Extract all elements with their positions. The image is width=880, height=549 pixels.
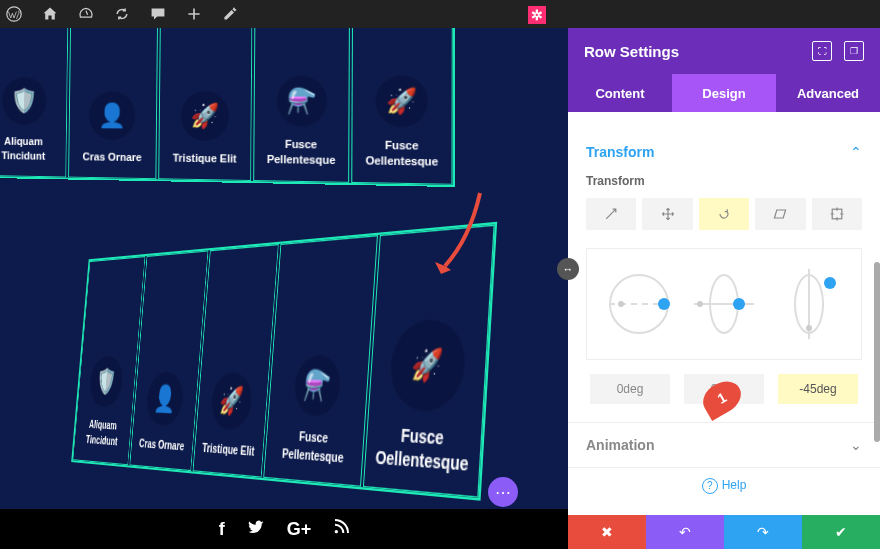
- card-label: Fusce Pellentesque: [270, 427, 358, 468]
- refresh-icon[interactable]: [112, 4, 132, 24]
- preview-footer: f G+: [0, 509, 568, 549]
- wordpress-icon[interactable]: [4, 4, 24, 24]
- sidebar-actions: ✖ ↶ ↷ ✔: [568, 515, 880, 549]
- card-label: Tristique Elit: [173, 150, 237, 165]
- card-label: Cras Ornare: [139, 435, 185, 454]
- card-icon: 🚀: [181, 91, 230, 141]
- card-label: Fusce Oellentesque: [371, 422, 474, 477]
- dashboard-icon[interactable]: [76, 4, 96, 24]
- card-icon: ⚗️: [276, 76, 327, 127]
- scrollbar[interactable]: [874, 262, 880, 442]
- comment-icon[interactable]: [148, 4, 168, 24]
- card-icon: 🚀: [210, 372, 254, 430]
- card-icon: 🚀: [388, 318, 468, 412]
- page-preview: 🛡️Aliquam Tincidunt 👤Cras Ornare 🚀Tristi…: [0, 28, 568, 549]
- section-animation-toggle[interactable]: Animation ⌄: [568, 423, 880, 467]
- card[interactable]: 🚀Tristique Elit: [158, 28, 252, 181]
- rotate-x-control[interactable]: [604, 269, 674, 339]
- sidebar-body: Transform ⌃ Transform: [568, 112, 880, 515]
- pencil-icon[interactable]: [220, 4, 240, 24]
- rotate-y-control[interactable]: [689, 269, 759, 339]
- rotate-z-control[interactable]: [774, 269, 844, 339]
- rotation-values: [586, 374, 862, 404]
- chevron-up-icon: ⌃: [850, 144, 862, 160]
- card[interactable]: ⚗️Fusce Pellentesque: [263, 235, 378, 487]
- card-icon: 👤: [145, 371, 185, 426]
- sidebar-tabs: Content Design Advanced: [568, 74, 880, 112]
- transform-label: Transform: [586, 174, 862, 188]
- preview-row-1[interactable]: 🛡️Aliquam Tincidunt 👤Cras Ornare 🚀Tristi…: [0, 28, 450, 182]
- card-label: Fusce Pellentesque: [260, 137, 343, 167]
- expand-icon[interactable]: ❐: [844, 41, 864, 61]
- settings-sidebar: Row Settings ⛶ ❐ Content Design Advanced…: [568, 28, 880, 549]
- focus-icon[interactable]: ⛶: [812, 41, 832, 61]
- card-icon: 🚀: [375, 76, 428, 128]
- twitter-icon[interactable]: [247, 518, 265, 541]
- help-link[interactable]: Help: [568, 468, 880, 504]
- exit-visual-builder-button[interactable]: ✲: [528, 6, 546, 24]
- transform-type-row: [586, 198, 862, 230]
- google-plus-icon[interactable]: G+: [287, 519, 312, 540]
- section-transform-toggle[interactable]: Transform ⌃: [568, 130, 880, 174]
- rss-icon[interactable]: [333, 519, 349, 540]
- row-actions-fab[interactable]: ⋯: [488, 477, 518, 507]
- card[interactable]: 🚀Fusce Oellentesque: [352, 28, 453, 185]
- card-icon: ⚗️: [293, 356, 342, 418]
- rotate-x-input[interactable]: [590, 374, 670, 404]
- rotate-z-input[interactable]: [778, 374, 858, 404]
- card[interactable]: ⚗️Fusce Pellentesque: [253, 28, 350, 183]
- card-label: Aliquam Tincidunt: [0, 134, 60, 162]
- sidebar-title: Row Settings: [584, 43, 800, 60]
- wp-admin-bar: [0, 0, 880, 28]
- card[interactable]: 🛡️Aliquam Tincidunt: [0, 28, 68, 178]
- transform-skew-button[interactable]: [755, 198, 805, 230]
- section-title: Transform: [586, 144, 850, 160]
- redo-button[interactable]: ↷: [724, 515, 802, 549]
- transform-origin-button[interactable]: [812, 198, 862, 230]
- rotation-control[interactable]: [586, 248, 862, 360]
- pane-resize-handle[interactable]: ↔: [557, 258, 579, 280]
- undo-button[interactable]: ↶: [646, 515, 724, 549]
- card-icon: 🛡️: [2, 77, 47, 125]
- card[interactable]: 🚀Fusce Oellentesque: [363, 225, 495, 498]
- tab-content[interactable]: Content: [568, 74, 672, 112]
- card-icon: 🛡️: [89, 356, 125, 408]
- card-label: Tristique Elit: [202, 439, 256, 459]
- card-label: Cras Ornare: [83, 149, 142, 164]
- card[interactable]: 👤Cras Ornare: [68, 28, 159, 179]
- chevron-down-icon: ⌄: [850, 437, 862, 453]
- svg-point-1: [335, 530, 338, 533]
- tab-advanced[interactable]: Advanced: [776, 74, 880, 112]
- card-label: Aliquam Tincidunt: [78, 417, 127, 450]
- section-title: Animation: [586, 437, 850, 453]
- rotate-y-input[interactable]: [684, 374, 764, 404]
- transform-translate-button[interactable]: [586, 198, 636, 230]
- plus-icon[interactable]: [184, 4, 204, 24]
- save-button[interactable]: ✔: [802, 515, 880, 549]
- transform-rotate-button[interactable]: [699, 198, 749, 230]
- tab-design[interactable]: Design: [672, 74, 776, 112]
- card-label: Fusce Oellentesque: [359, 138, 445, 169]
- facebook-icon[interactable]: f: [219, 519, 225, 540]
- transform-move-button[interactable]: [642, 198, 692, 230]
- sidebar-header: Row Settings ⛶ ❐: [568, 28, 880, 74]
- home-icon[interactable]: [40, 4, 60, 24]
- card-icon: 👤: [89, 91, 136, 140]
- close-button[interactable]: ✖: [568, 515, 646, 549]
- preview-row-2[interactable]: 🛡️Aliquam Tincidunt 👤Cras Ornare 🚀Tristi…: [80, 258, 568, 462]
